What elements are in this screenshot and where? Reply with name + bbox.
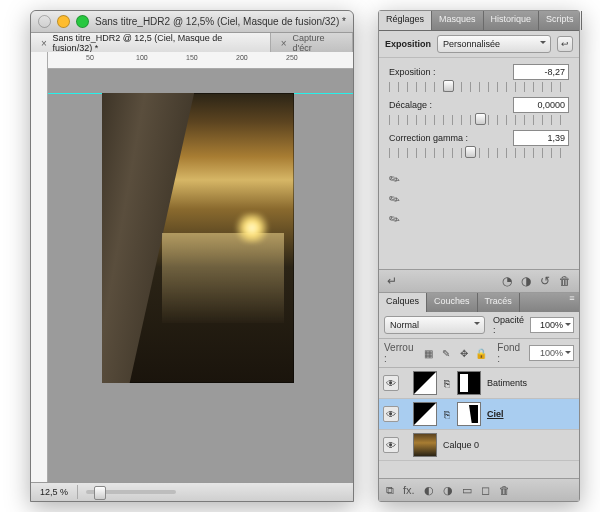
- titlebar[interactable]: Sans titre_HDR2 @ 12,5% (Ciel, Masque de…: [31, 11, 353, 33]
- fill-input[interactable]: 100%: [529, 345, 574, 361]
- image-preview[interactable]: [102, 93, 294, 383]
- ruler-tick: 100: [136, 54, 148, 61]
- panel-menu-icon[interactable]: ≡: [565, 293, 579, 312]
- opacity-input[interactable]: 100%: [530, 317, 574, 333]
- exposure-slider[interactable]: [389, 82, 569, 92]
- ruler-vertical[interactable]: [31, 52, 48, 483]
- ruler-tick: 50: [86, 54, 94, 61]
- lock-all-icon[interactable]: 🔒: [475, 347, 487, 360]
- layer-row[interactable]: 👁 ⎘ Batiments: [379, 368, 579, 399]
- tab-traces[interactable]: Tracés: [478, 293, 520, 312]
- preset-value: Personnalisée: [443, 39, 500, 49]
- offset-slider[interactable]: [389, 115, 569, 125]
- visibility-toggle-icon[interactable]: 👁: [383, 406, 399, 422]
- ruler-tick: 250: [286, 54, 298, 61]
- eyedropper-white-icon[interactable]: ✎: [386, 208, 405, 227]
- zoom-slider-thumb[interactable]: [94, 486, 106, 500]
- new-layer-icon[interactable]: ◻: [481, 484, 490, 497]
- tab-label: Sans titre_HDR2 @ 12,5 (Ciel, Masque de …: [53, 33, 262, 53]
- visibility-toggle-icon[interactable]: 👁: [383, 437, 399, 453]
- lock-row: Verrou : ▦ ✎ ✥ 🔒 Fond : 100%: [379, 339, 579, 368]
- link-icon[interactable]: ⎘: [441, 377, 453, 389]
- offset-label: Décalage :: [389, 100, 513, 110]
- visibility-toggle-icon[interactable]: 👁: [383, 375, 399, 391]
- ruler-horizontal[interactable]: 50 100 150 200 250: [48, 52, 353, 69]
- exposure-label: Exposition :: [389, 67, 513, 77]
- offset-input[interactable]: 0,0000: [513, 97, 569, 113]
- tab-scripts[interactable]: Scripts: [539, 11, 582, 30]
- adjustments-footer: ↵ ◔ ◑ ↺ 🗑: [379, 269, 579, 293]
- mask-thumb-icon[interactable]: [457, 371, 481, 395]
- eyedropper-gray-icon[interactable]: ✎: [386, 188, 405, 207]
- layer-row[interactable]: 👁 Calque 0: [379, 430, 579, 461]
- ruler-tick: 150: [186, 54, 198, 61]
- fill-label: Fond :: [497, 342, 524, 364]
- zoom-icon[interactable]: [76, 15, 89, 28]
- layers-tabs: Calques Couches Tracés ≡: [379, 293, 579, 312]
- layers-footer: ⧉ fx. ◐ ◑ ▭ ◻ 🗑: [379, 478, 579, 501]
- panel-menu-icon[interactable]: ≡: [582, 11, 587, 30]
- adjustment-thumb-icon[interactable]: [413, 371, 437, 395]
- gamma-slider[interactable]: [389, 148, 569, 158]
- lock-pixels-icon[interactable]: ✎: [440, 347, 452, 360]
- gamma-input[interactable]: 1,39: [513, 130, 569, 146]
- ruler-tick: 200: [236, 54, 248, 61]
- tab-label: Capture d'écr: [292, 33, 344, 53]
- layer-thumb-icon[interactable]: [413, 433, 437, 457]
- tab-calques[interactable]: Calques: [379, 293, 427, 312]
- layer-row[interactable]: 👁 ⎘ Ciel: [379, 399, 579, 430]
- trash-icon[interactable]: 🗑: [559, 274, 571, 288]
- document-tabs: × Sans titre_HDR2 @ 12,5 (Ciel, Masque d…: [31, 33, 353, 54]
- layer-options: Normal Opacité : 100%: [379, 312, 579, 339]
- trash-icon[interactable]: 🗑: [499, 484, 510, 496]
- close-icon[interactable]: [38, 15, 51, 28]
- layer-name[interactable]: Calque 0: [441, 440, 479, 450]
- layers-list: 👁 ⎘ Batiments 👁 ⎘ Ciel 👁 Calque 0: [379, 368, 579, 478]
- preset-select[interactable]: Personnalisée: [437, 35, 551, 53]
- mask-icon[interactable]: ◐: [424, 484, 434, 497]
- opacity-label: Opacité :: [493, 315, 526, 335]
- link-icon[interactable]: ⎘: [441, 408, 453, 420]
- back-to-list-button[interactable]: ↩: [557, 36, 573, 52]
- fx-icon[interactable]: fx.: [403, 484, 415, 496]
- adjustment-thumb-icon[interactable]: [413, 402, 437, 426]
- lock-transparent-icon[interactable]: ▦: [423, 347, 435, 360]
- eyedropper-group: ✎ ✎ ✎: [379, 163, 579, 233]
- tab-reglages[interactable]: Réglages: [379, 11, 432, 30]
- layer-name[interactable]: Batiments: [485, 378, 527, 388]
- exposure-slider-thumb[interactable]: [443, 80, 454, 92]
- group-icon[interactable]: ▭: [462, 484, 472, 497]
- tab-historique[interactable]: Historique: [484, 11, 540, 30]
- view-previous-icon[interactable]: ◑: [521, 274, 531, 288]
- offset-slider-thumb[interactable]: [475, 113, 486, 125]
- canvas[interactable]: [48, 69, 353, 483]
- window-title: Sans titre_HDR2 @ 12,5% (Ciel, Masque de…: [95, 16, 346, 27]
- tab-couches[interactable]: Couches: [427, 293, 478, 312]
- exposure-input[interactable]: -8,27: [513, 64, 569, 80]
- reset-icon[interactable]: ↺: [540, 274, 550, 288]
- zoom-field[interactable]: 12,5 %: [31, 485, 78, 499]
- panels: Réglages Masques Historique Scripts ≡ Ex…: [378, 10, 580, 502]
- layer-name[interactable]: Ciel: [485, 409, 504, 419]
- adjustments-tabs: Réglages Masques Historique Scripts ≡: [379, 11, 579, 31]
- lock-position-icon[interactable]: ✥: [457, 347, 469, 360]
- zoom-slider[interactable]: [86, 490, 176, 494]
- adjustment-layer-icon[interactable]: ◑: [443, 484, 453, 497]
- close-tab-icon[interactable]: ×: [279, 38, 289, 48]
- minimize-icon[interactable]: [57, 15, 70, 28]
- toggle-visibility-icon[interactable]: ◔: [502, 274, 512, 288]
- eyedropper-black-icon[interactable]: ✎: [386, 168, 405, 187]
- document-window: Sans titre_HDR2 @ 12,5% (Ciel, Masque de…: [30, 10, 354, 502]
- close-tab-icon[interactable]: ×: [39, 38, 49, 48]
- gamma-label: Correction gamma :: [389, 133, 513, 143]
- tab-masques[interactable]: Masques: [432, 11, 484, 30]
- document-tab-inactive[interactable]: × Capture d'écr: [271, 33, 353, 53]
- link-layers-icon[interactable]: ⧉: [386, 484, 394, 497]
- blend-mode-select[interactable]: Normal: [384, 316, 485, 334]
- document-tab-active[interactable]: × Sans titre_HDR2 @ 12,5 (Ciel, Masque d…: [31, 33, 271, 53]
- mask-thumb-icon[interactable]: [457, 402, 481, 426]
- status-bar: 12,5 %: [31, 482, 353, 501]
- gamma-slider-thumb[interactable]: [465, 146, 476, 158]
- return-icon[interactable]: ↵: [387, 274, 397, 288]
- exposure-controls: Exposition :-8,27 Décalage :0,0000 Corre…: [379, 57, 579, 163]
